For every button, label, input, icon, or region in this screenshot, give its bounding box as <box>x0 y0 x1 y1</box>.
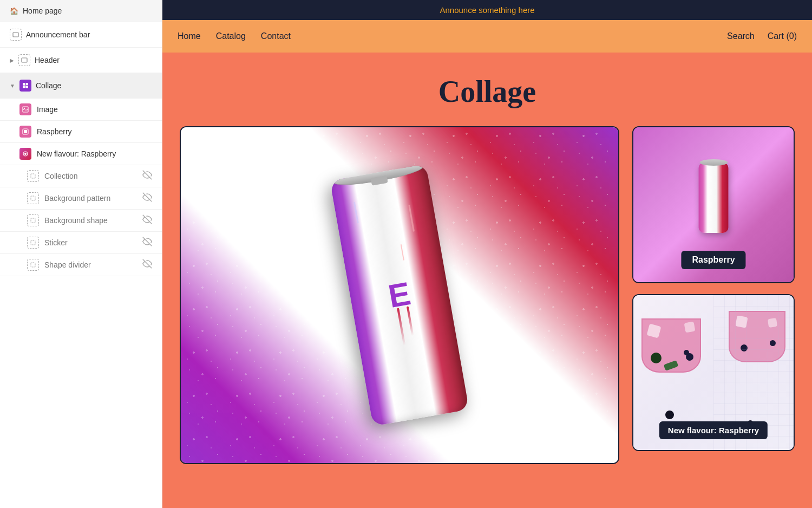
sidebar-item-new-flavour-raspberry[interactable]: New flavour: Raspberry <box>0 143 162 165</box>
announcement-bar: Announce something here <box>162 0 812 20</box>
sidebar-item-shape-divider[interactable]: Shape divider <box>0 254 162 276</box>
announcement-text: Announce something here <box>440 5 534 15</box>
svg-rect-20 <box>31 263 35 267</box>
search-button[interactable]: Search <box>727 31 755 41</box>
collage-main-image[interactable]: E Raspberry Spirit Energy <box>180 126 619 464</box>
collection-dashed-icon <box>27 170 39 182</box>
page-title: Collage <box>180 74 795 109</box>
header-icon <box>18 54 30 66</box>
svg-rect-14 <box>31 196 35 200</box>
collage-card-new-flavour[interactable]: New flavour: Raspberry <box>632 294 795 451</box>
header-label: Header <box>35 56 152 64</box>
sticker-eye-icon[interactable] <box>142 237 152 249</box>
raspberry-card-label: Raspberry <box>681 251 745 269</box>
collage-side-cards: Raspberry <box>632 126 795 451</box>
svg-rect-18 <box>31 240 35 245</box>
page-content: Collage E <box>162 53 812 508</box>
sidebar-item-header[interactable]: ▶ Header <box>0 48 162 73</box>
svg-rect-0 <box>13 32 18 37</box>
sidebar-home-page[interactable]: 🏠 Home page <box>0 0 162 22</box>
collage-label: Collage <box>36 81 152 90</box>
sidebar-item-collection[interactable]: Collection <box>0 165 162 187</box>
bg-pattern-eye-icon[interactable] <box>142 192 152 204</box>
svg-point-11 <box>24 153 27 155</box>
nav-link-contact[interactable]: Contact <box>261 31 291 41</box>
nav-right: Search Cart (0) <box>727 31 797 41</box>
nav-link-home[interactable]: Home <box>178 31 201 41</box>
collection-eye-icon[interactable] <box>142 170 152 182</box>
nav-links: Home Catalog Contact <box>178 31 291 41</box>
new-flavour-raspberry-label: New flavour: Raspberry <box>37 149 152 158</box>
nav-bar: Home Catalog Contact Search Cart (0) <box>162 20 812 53</box>
background-shape-label: Background shape <box>44 216 137 225</box>
flavour-icon <box>19 148 31 160</box>
bg-shape-eye-icon[interactable] <box>142 214 152 226</box>
sidebar-item-announcement-bar[interactable]: Announcement bar <box>0 22 162 48</box>
image-icon <box>19 103 31 115</box>
background-pattern-label: Background pattern <box>44 194 137 203</box>
shape-divider-label: Shape divider <box>44 260 137 269</box>
collage-expand-icon: ▼ <box>10 83 15 89</box>
sticker-label: Sticker <box>44 238 137 247</box>
svg-rect-1 <box>22 58 27 62</box>
main-content: Announce something here Home Catalog Con… <box>162 0 812 508</box>
collection-label: Collection <box>44 172 137 180</box>
raspberry-icon <box>19 126 31 138</box>
sidebar-item-background-shape[interactable]: Background shape <box>0 210 162 232</box>
svg-rect-3 <box>26 83 28 85</box>
new-flavour-card-label: New flavour: Raspberry <box>659 421 768 439</box>
header-expand-icon: ▶ <box>10 57 14 63</box>
cart-button[interactable]: Cart (0) <box>768 31 797 41</box>
sidebar: 🏠 Home page Announcement bar ▶ Header ▼ … <box>0 0 162 508</box>
home-page-label: Home page <box>23 6 152 15</box>
svg-rect-9 <box>24 130 27 133</box>
raspberry-label: Raspberry <box>37 127 152 136</box>
sidebar-item-image[interactable]: Image <box>0 99 162 121</box>
sticker-dashed-icon <box>27 237 39 249</box>
shape-divider-dashed-icon <box>27 259 39 271</box>
home-icon: 🏠 <box>10 7 18 15</box>
sidebar-item-collage[interactable]: ▼ Collage <box>0 73 162 99</box>
svg-rect-2 <box>23 83 25 86</box>
announcement-bar-label: Announcement bar <box>26 30 152 39</box>
sidebar-item-raspberry[interactable]: Raspberry <box>0 121 162 143</box>
collage-card-raspberry[interactable]: Raspberry <box>632 126 795 283</box>
svg-rect-12 <box>31 174 35 178</box>
svg-rect-16 <box>31 218 35 223</box>
sidebar-item-sticker[interactable]: Sticker <box>0 232 162 254</box>
svg-rect-5 <box>25 86 28 88</box>
announcement-bar-icon <box>10 29 22 41</box>
sidebar-item-background-pattern[interactable]: Background pattern <box>0 187 162 210</box>
svg-rect-4 <box>23 86 25 88</box>
bg-pattern-dashed-icon <box>27 192 39 204</box>
shape-divider-eye-icon[interactable] <box>142 259 152 271</box>
bg-shape-dashed-icon <box>27 214 39 226</box>
collage-grid: E Raspberry Spirit Energy <box>180 126 795 464</box>
collage-icon <box>19 80 31 92</box>
image-label: Image <box>37 105 152 114</box>
nav-link-catalog[interactable]: Catalog <box>216 31 246 41</box>
